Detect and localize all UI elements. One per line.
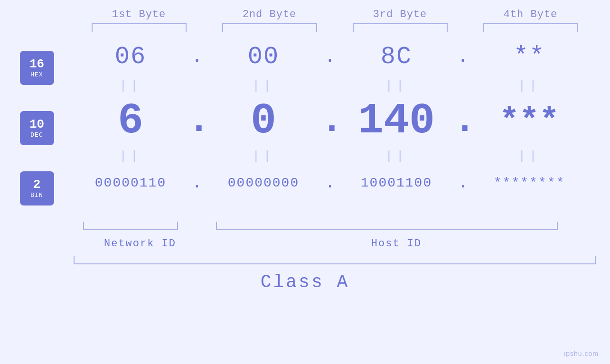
dec-dot-3: . <box>453 102 472 140</box>
eq-2-3: || <box>339 149 453 163</box>
host-id-label: Host ID <box>206 238 586 250</box>
dec-val-1: 6 <box>74 97 188 145</box>
byte-label-4: 4th Byte <box>504 9 558 20</box>
dec-row: 6 . 0 . 140 . *** <box>74 95 610 147</box>
bin-badge: 2 BIN <box>20 171 54 205</box>
hex-badge-num: 16 <box>29 57 44 71</box>
big-bottom-bracket-row <box>74 256 610 264</box>
class-label-row: Class A <box>0 272 610 292</box>
badges-col: 16 HEX 10 DEC 2 BIN <box>0 37 74 220</box>
dec-badge: 10 DEC <box>20 111 54 145</box>
id-labels-row: Network ID Host ID <box>74 234 610 253</box>
byte-col-1: 1st Byte <box>74 9 204 20</box>
bottom-brackets-row <box>74 222 610 230</box>
hex-dot-1: . <box>188 46 206 67</box>
top-brackets <box>74 23 610 32</box>
eq-1-4: || <box>472 79 586 93</box>
bracket-top-2 <box>222 23 317 32</box>
bracket-top-1 <box>92 23 187 32</box>
hex-dot-2: . <box>320 46 339 67</box>
values-grid: 06 . 00 . 8C . ** || <box>74 37 610 220</box>
network-id-label: Network ID <box>74 238 206 250</box>
bin-val-1: 00000110 <box>74 176 188 190</box>
dec-badge-num: 10 <box>29 118 44 131</box>
dec-dot-2: . <box>320 102 339 140</box>
byte-label-3: 3rd Byte <box>373 9 427 20</box>
main-area: 16 HEX 10 DEC 2 BIN 06 . 00 <box>0 37 610 220</box>
dec-val-2: 0 <box>206 97 320 145</box>
bracket-top-4 <box>483 23 578 32</box>
bracket-network-wrap <box>74 222 188 230</box>
eq-2-4: || <box>472 149 586 163</box>
byte-headers-row: 1st Byte 2nd Byte 3rd Byte 4th Byte <box>74 9 610 20</box>
bin-badge-sub: BIN <box>30 192 43 199</box>
eq-1-1: || <box>74 79 188 93</box>
byte-col-3: 3rd Byte <box>335 9 465 20</box>
equals-row-2: || || || || <box>74 147 610 165</box>
bracket-network <box>83 222 178 230</box>
class-label: Class A <box>261 272 350 292</box>
equals-row-1: || || || || <box>74 77 610 95</box>
eq-2-2: || <box>206 149 320 163</box>
bin-badge-num: 2 <box>33 178 41 192</box>
dec-badge-sub: DEC <box>30 131 43 139</box>
bracket-host <box>216 222 558 230</box>
bin-val-2: 00000000 <box>206 176 320 190</box>
hex-row: 06 . 00 . 8C . ** <box>74 37 610 77</box>
hex-dot-3: . <box>453 46 472 67</box>
bracket-top-3 <box>353 23 448 32</box>
bracket-col-3 <box>335 23 465 32</box>
eq-2-1: || <box>74 149 188 163</box>
byte-label-1: 1st Byte <box>112 9 166 20</box>
bin-row: 00000110 . 00000000 . 10001100 . *******… <box>74 165 610 201</box>
watermark: ipshu.com <box>564 350 599 357</box>
hex-val-1: 06 <box>74 43 188 71</box>
byte-col-2: 2nd Byte <box>204 9 335 20</box>
hex-badge-sub: HEX <box>30 71 43 78</box>
eq-1-3: || <box>339 79 453 93</box>
hex-val-4: ** <box>472 43 586 71</box>
bin-val-4: ******** <box>472 176 586 190</box>
bracket-col-1 <box>74 23 204 32</box>
byte-col-4: 4th Byte <box>465 9 596 20</box>
hex-badge: 16 HEX <box>20 51 54 85</box>
big-bottom-bracket <box>74 256 596 264</box>
bracket-host-wrap <box>206 222 567 230</box>
bin-dot-3: . <box>453 174 472 192</box>
eq-1-2: || <box>206 79 320 93</box>
spacer-bracket <box>188 222 206 230</box>
byte-label-2: 2nd Byte <box>243 9 297 20</box>
bracket-col-4 <box>465 23 596 32</box>
bin-dot-2: . <box>320 174 339 192</box>
dec-val-3: 140 <box>339 97 453 145</box>
bin-dot-1: . <box>188 174 206 192</box>
hex-val-2: 00 <box>206 43 320 71</box>
hex-val-3: 8C <box>339 43 453 71</box>
bracket-col-2 <box>204 23 335 32</box>
bin-val-3: 10001100 <box>339 176 453 190</box>
dec-dot-1: . <box>188 102 206 140</box>
dec-val-4: *** <box>472 103 586 140</box>
main-container: 1st Byte 2nd Byte 3rd Byte 4th Byte <box>0 0 610 364</box>
